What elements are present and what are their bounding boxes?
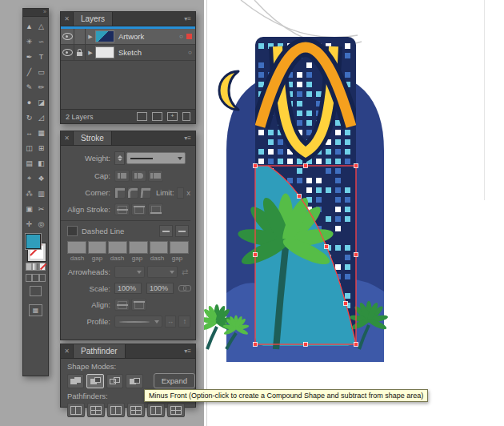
arrow-align-tip-button[interactable] — [114, 299, 130, 311]
divide-button[interactable] — [67, 403, 85, 417]
minus-front-button[interactable] — [86, 374, 103, 388]
none-button[interactable] — [39, 263, 46, 271]
tab-stroke[interactable]: Stroke — [73, 131, 112, 145]
weight-select[interactable] — [126, 152, 186, 164]
pen-tool[interactable]: ✒ — [23, 49, 35, 64]
blend-tool[interactable]: ❖ — [35, 171, 47, 186]
cap-round-button[interactable] — [131, 170, 146, 182]
color-button[interactable] — [26, 263, 32, 271]
layer-thumbnail[interactable] — [95, 46, 114, 58]
hand-tool[interactable]: ✛ — [23, 216, 35, 231]
direct-selection-tool[interactable]: △ — [35, 18, 47, 34]
layer-row-artwork[interactable]: ▶ Artwork ○ — [61, 29, 195, 45]
draw-normal-button[interactable] — [26, 274, 32, 282]
link-scale-icon[interactable] — [178, 285, 190, 291]
line-segment-tool[interactable]: ╱ — [23, 64, 35, 79]
align-stroke-outside-button[interactable] — [148, 203, 163, 215]
pencil-tool[interactable]: ✏ — [35, 79, 47, 94]
align-stroke-center-button[interactable] — [114, 203, 130, 215]
arrow-align-end-button[interactable] — [131, 299, 146, 311]
clipping-mask-button[interactable] — [137, 112, 147, 121]
align-stroke-inside-button[interactable] — [131, 203, 146, 215]
layer-row-sketch[interactable]: ▶ Sketch ○ — [61, 45, 195, 61]
gap-field-3[interactable] — [170, 241, 189, 254]
visibility-toggle[interactable] — [61, 29, 74, 44]
blob-brush-tool[interactable]: ● — [23, 94, 35, 110]
gradient-button[interactable] — [32, 263, 38, 271]
arrowhead-start-select[interactable] — [114, 266, 145, 278]
panel-menu-icon[interactable]: ▾≡ — [184, 348, 195, 355]
arrow-scale-start-field[interactable]: 100% — [114, 283, 142, 294]
eraser-tool[interactable]: ◪ — [35, 94, 47, 110]
dash-align-button[interactable] — [175, 225, 189, 237]
mesh-tool[interactable]: ▤ — [23, 155, 35, 171]
layer-name[interactable]: Artwork — [118, 32, 176, 41]
lock-toggle[interactable] — [74, 29, 86, 44]
layer-thumbnail[interactable] — [95, 30, 114, 42]
target-circle-icon[interactable]: ○ — [176, 33, 186, 40]
layer-name[interactable]: Sketch — [118, 48, 185, 57]
zoom-tool[interactable]: ◎ — [35, 216, 47, 231]
exclude-button[interactable] — [126, 374, 142, 388]
slice-tool[interactable]: ✂ — [35, 201, 47, 216]
tab-layers[interactable]: Layers — [73, 12, 113, 26]
expand-triangle-icon[interactable]: ▶ — [86, 50, 95, 56]
visibility-toggle[interactable] — [61, 45, 74, 60]
rotate-tool[interactable]: ↻ — [23, 110, 35, 125]
type-tool[interactable]: T — [35, 49, 47, 64]
gap-field-1[interactable] — [88, 241, 107, 254]
canvas-area[interactable] — [204, 0, 504, 426]
lock-toggle[interactable] — [74, 45, 86, 60]
toolbar-collapse-button[interactable]: » — [23, 9, 48, 17]
perspective-grid-tool[interactable]: ⊞ — [35, 140, 47, 155]
new-sublayer-button[interactable] — [152, 112, 162, 121]
close-icon[interactable]: ✕ — [61, 348, 73, 355]
artboard-tool[interactable]: ▣ — [23, 201, 35, 216]
corner-round-button[interactable] — [127, 187, 138, 199]
draw-inside-button[interactable] — [39, 274, 46, 282]
width-tool[interactable]: ↔ — [23, 125, 35, 140]
eyedropper-tool[interactable]: ⌖ — [23, 171, 35, 186]
dash-field-1[interactable] — [67, 241, 86, 254]
scale-tool[interactable]: ◿ — [35, 110, 47, 125]
crop-button[interactable] — [127, 403, 145, 417]
flip-across-button[interactable]: ↕ — [178, 315, 190, 328]
column-graph-tool[interactable]: ▥ — [35, 186, 47, 201]
artboard[interactable] — [204, 0, 504, 426]
cap-butt-button[interactable] — [114, 170, 130, 182]
expand-triangle-icon[interactable]: ▶ — [86, 34, 95, 40]
dashed-line-checkbox[interactable] — [67, 226, 78, 236]
target-circle-icon[interactable]: ○ — [185, 49, 195, 56]
cap-projecting-button[interactable] — [148, 170, 163, 182]
close-icon[interactable]: ✕ — [61, 135, 73, 142]
magic-wand-tool[interactable]: ✳ — [23, 34, 35, 49]
selection-tool[interactable]: ▲ — [23, 18, 35, 34]
minus-back-button[interactable] — [167, 403, 185, 417]
panel-menu-icon[interactable]: ▾≡ — [184, 135, 195, 142]
paintbrush-tool[interactable]: ✎ — [23, 79, 35, 94]
symbol-sprayer-tool[interactable]: ⁂ — [23, 186, 35, 201]
arrowhead-end-select[interactable] — [147, 266, 178, 278]
shape-builder-tool[interactable]: ◫ — [23, 140, 35, 155]
expand-button[interactable]: Expand — [154, 373, 195, 388]
profile-select[interactable] — [114, 315, 162, 328]
flip-along-button[interactable]: ↔ — [165, 315, 177, 328]
panel-menu-icon[interactable]: ▾≡ — [184, 15, 195, 22]
dash-field-3[interactable] — [150, 241, 169, 254]
dash-preserve-button[interactable] — [159, 225, 173, 237]
corner-bevel-button[interactable] — [140, 187, 151, 199]
swap-arrowheads-icon[interactable]: ⇄ — [182, 267, 188, 276]
screen-mode-button[interactable] — [30, 286, 42, 296]
outline-button[interactable] — [147, 403, 165, 417]
limit-field[interactable] — [177, 187, 185, 199]
gradient-tool[interactable]: ◧ — [35, 155, 47, 171]
new-layer-button[interactable]: + — [167, 112, 178, 121]
gap-field-2[interactable] — [129, 241, 148, 254]
fill-swatch[interactable] — [26, 234, 41, 249]
trim-button[interactable] — [87, 403, 105, 417]
close-icon[interactable]: ✕ — [61, 15, 73, 22]
delete-layer-button[interactable] — [182, 112, 190, 121]
edit-toolbar-button[interactable]: ▦ — [29, 304, 42, 316]
rectangle-tool[interactable]: ▭ — [35, 64, 47, 79]
weight-stepper[interactable] — [114, 151, 125, 165]
